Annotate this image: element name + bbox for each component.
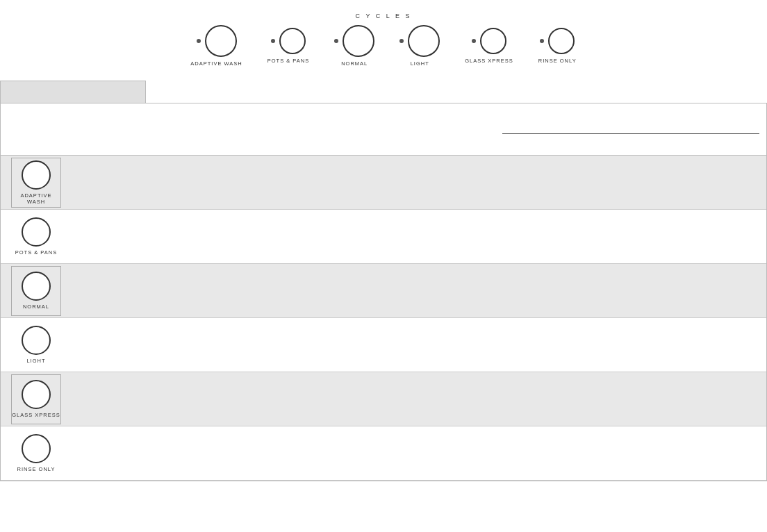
cycle-circle bbox=[205, 25, 237, 57]
list-label-glass-xpress: GLASS XPRESS bbox=[12, 412, 60, 418]
list-label-normal: NORMAL bbox=[23, 304, 49, 310]
list-circle bbox=[22, 380, 51, 409]
cycle-name-adaptive-wash: ADAPTIVE WASH bbox=[190, 60, 242, 67]
list-label-adaptive-wash: ADAPTIVE WASH bbox=[12, 192, 60, 205]
info-row bbox=[1, 103, 766, 156]
list-circle bbox=[22, 160, 51, 190]
cycle-dot bbox=[399, 39, 404, 43]
tab-area bbox=[0, 81, 767, 103]
cycle-circle bbox=[279, 28, 306, 54]
cycle-item-glass-xpress[interactable]: GLASS XPRESS bbox=[465, 28, 513, 64]
list-circle bbox=[22, 326, 51, 355]
list-row-glass-xpress[interactable]: GLASS XPRESS bbox=[1, 372, 766, 426]
cycle-name-pots-pans: POTS & PANS bbox=[267, 58, 309, 64]
list-row-normal[interactable]: NORMAL bbox=[1, 264, 766, 318]
cycle-name-rinse-only: RINSE ONLY bbox=[538, 58, 577, 64]
cycle-icon-normal: NORMAL bbox=[11, 266, 61, 316]
list-row-adaptive-wash[interactable]: ADAPTIVE WASH bbox=[1, 156, 766, 210]
cycle-circle bbox=[408, 25, 440, 57]
cycle-name-normal: NORMAL bbox=[341, 60, 368, 67]
cycle-dot bbox=[271, 39, 275, 43]
cycles-header: C Y C L E S ADAPTIVE WASH POTS & PANS NO bbox=[0, 0, 767, 74]
cycle-dot-group bbox=[197, 25, 237, 57]
cycle-icon-light: LIGHT bbox=[11, 320, 61, 370]
cycles-section-label: C Y C L E S bbox=[356, 13, 412, 19]
list-circle bbox=[22, 434, 51, 463]
cycle-dot bbox=[540, 39, 544, 43]
cycle-dot bbox=[197, 39, 201, 43]
cycle-dot bbox=[472, 39, 476, 43]
cycle-icon-rinse-only: RINSE ONLY bbox=[11, 429, 61, 479]
cycle-dot-group bbox=[334, 25, 374, 57]
cycle-item-rinse-only[interactable]: RINSE ONLY bbox=[538, 28, 577, 64]
cycle-item-normal[interactable]: NORMAL bbox=[334, 25, 374, 67]
list-label-light: LIGHT bbox=[26, 358, 45, 364]
cycles-row: ADAPTIVE WASH POTS & PANS NORMAL LIGHT bbox=[178, 25, 588, 67]
info-row-line bbox=[502, 133, 759, 134]
cycle-circle bbox=[548, 28, 575, 54]
cycle-item-adaptive-wash[interactable]: ADAPTIVE WASH bbox=[190, 25, 242, 67]
cycle-circle bbox=[480, 28, 506, 54]
cycle-dot bbox=[334, 39, 338, 43]
cycle-dot-group bbox=[271, 28, 306, 54]
tab-active[interactable] bbox=[0, 81, 146, 103]
list-circle bbox=[22, 217, 51, 247]
main-content: ADAPTIVE WASH POTS & PANS NORMAL LIGHT G… bbox=[0, 103, 767, 481]
cycle-item-light[interactable]: LIGHT bbox=[399, 25, 440, 67]
cycle-item-pots-pans[interactable]: POTS & PANS bbox=[267, 28, 309, 64]
list-circle bbox=[22, 272, 51, 301]
cycle-icon-glass-xpress: GLASS XPRESS bbox=[11, 374, 61, 424]
list-label-pots-pans: POTS & PANS bbox=[15, 249, 57, 256]
cycle-dot-group bbox=[540, 28, 575, 54]
list-row-pots-pans[interactable]: POTS & PANS bbox=[1, 210, 766, 264]
cycle-dot-group bbox=[472, 28, 506, 54]
cycle-name-light: LIGHT bbox=[411, 60, 429, 67]
cycle-dot-group bbox=[399, 25, 440, 57]
list-row-rinse-only[interactable]: RINSE ONLY bbox=[1, 426, 766, 481]
list-label-rinse-only: RINSE ONLY bbox=[17, 466, 56, 472]
cycle-icon-adaptive-wash: ADAPTIVE WASH bbox=[11, 158, 61, 208]
cycle-icon-pots-pans: POTS & PANS bbox=[11, 212, 61, 262]
list-row-light[interactable]: LIGHT bbox=[1, 318, 766, 372]
cycle-circle bbox=[343, 25, 374, 57]
cycle-name-glass-xpress: GLASS XPRESS bbox=[465, 58, 513, 64]
